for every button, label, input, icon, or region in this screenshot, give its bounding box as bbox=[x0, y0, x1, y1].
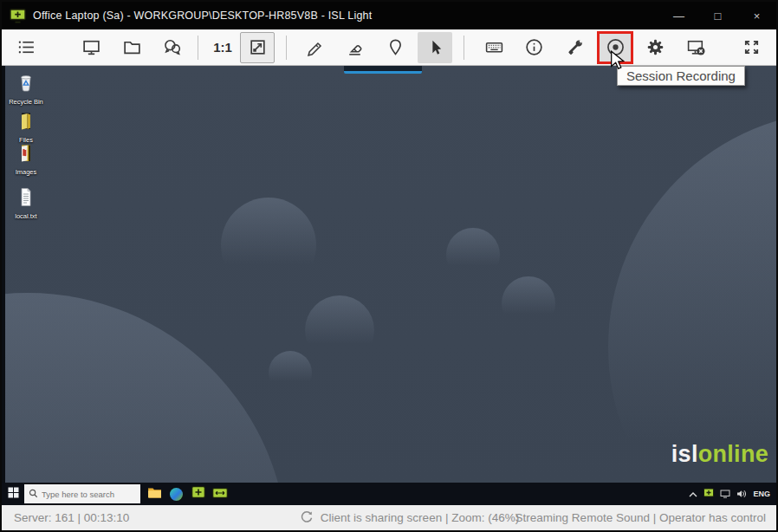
remote-taskbar: ENG bbox=[2, 483, 776, 505]
fit-screen-icon bbox=[248, 37, 268, 57]
start-button[interactable] bbox=[2, 483, 24, 505]
disconnect-button[interactable] bbox=[678, 32, 713, 63]
one-to-one-label: 1:1 bbox=[213, 40, 232, 55]
desktop-icon-label: Recycle Bin bbox=[9, 98, 43, 106]
session-recording-tooltip: Session Recording bbox=[617, 66, 745, 86]
file-explorer-icon bbox=[147, 486, 162, 503]
status-bar: Server: 161 | 00:13:10 Client is sharing… bbox=[2, 505, 776, 530]
taskbar-edge[interactable] bbox=[165, 483, 187, 505]
fullscreen-button[interactable] bbox=[734, 32, 768, 63]
desktop-icon-local-txt[interactable]: local.txt bbox=[4, 186, 48, 220]
wallpaper-sphere bbox=[2, 293, 288, 483]
window-title: Office Laptop (Sa) - WORKGROUP\DESKTOP-H… bbox=[33, 10, 372, 22]
search-icon bbox=[29, 486, 38, 502]
one-to-one-zoom-button[interactable]: 1:1 bbox=[205, 32, 240, 63]
pencil-icon bbox=[305, 37, 325, 57]
info-icon bbox=[524, 37, 544, 57]
taskbar-search[interactable] bbox=[24, 484, 140, 503]
keyboard-button[interactable] bbox=[477, 32, 511, 63]
erase-button[interactable] bbox=[337, 32, 372, 63]
desktop-icon-label: Images bbox=[16, 168, 37, 176]
desktop-icon-recycle-bin[interactable]: Recycle Bin bbox=[4, 72, 48, 106]
keyboard-icon bbox=[484, 37, 504, 57]
window-controls: — □ × bbox=[659, 2, 776, 29]
taskbar-file-explorer[interactable] bbox=[144, 483, 165, 505]
wallpaper-sphere bbox=[305, 295, 374, 365]
desktop-icon-files[interactable]: Files bbox=[4, 111, 48, 144]
toolbar-pulldown-tab[interactable] bbox=[344, 66, 422, 74]
tray-network-icon[interactable] bbox=[720, 486, 730, 502]
logo-online: online bbox=[698, 441, 768, 467]
title-bar: Office Laptop (Sa) - WORKGROUP\DESKTOP-H… bbox=[2, 2, 776, 29]
monitor-disconnect-icon bbox=[686, 37, 706, 57]
taskbar-isl-session[interactable] bbox=[209, 483, 230, 505]
file-transfer-button[interactable] bbox=[114, 32, 149, 63]
desktop-icon-label: local.txt bbox=[15, 212, 36, 220]
select-cursor-button[interactable] bbox=[418, 32, 452, 63]
fit-to-screen-button[interactable] bbox=[240, 32, 275, 63]
monitor-button[interactable] bbox=[74, 32, 108, 63]
status-sound-control: Streaming Remote Sound | Operator has co… bbox=[515, 511, 776, 524]
logo-isl: isl bbox=[671, 441, 698, 467]
files-folder-icon bbox=[15, 111, 37, 135]
wallpaper-sphere bbox=[446, 228, 500, 282]
fullscreen-arrows-icon bbox=[742, 37, 762, 57]
tray-chevron-up-icon[interactable] bbox=[689, 486, 697, 502]
desktop-icon-images[interactable]: Images bbox=[4, 143, 48, 176]
location-pin-icon bbox=[386, 37, 405, 57]
tray-language[interactable]: ENG bbox=[753, 490, 770, 498]
toolbar-divider bbox=[198, 36, 198, 60]
chat-button[interactable] bbox=[154, 32, 189, 63]
images-folder-icon bbox=[15, 143, 37, 167]
tray-isl-icon[interactable] bbox=[703, 486, 714, 502]
isl-light-taskbar-icon bbox=[191, 486, 205, 502]
tools-icon bbox=[565, 37, 585, 57]
status-sharing-zoom: Client is sharing screen | Zoom: (46%) bbox=[301, 510, 519, 526]
tools-button[interactable] bbox=[557, 32, 592, 63]
draw-button[interactable] bbox=[297, 32, 332, 63]
wallpaper-sphere bbox=[221, 198, 316, 293]
remote-desktop-view: Recycle Bin Files Images bbox=[2, 66, 776, 483]
status-server-time: Server: 161 | 00:13:10 bbox=[2, 511, 129, 524]
toolbar-divider bbox=[464, 36, 464, 60]
toolbar: 1:1 bbox=[2, 29, 776, 66]
islonline-logo: islonline bbox=[671, 441, 768, 468]
cursor-arrow-icon bbox=[425, 37, 445, 57]
toolbar-divider bbox=[286, 36, 287, 60]
isl-app-icon bbox=[10, 9, 26, 23]
windows-logo-icon bbox=[8, 486, 19, 502]
chat-bubbles-icon bbox=[162, 37, 182, 57]
menu-list-icon bbox=[16, 37, 36, 57]
wallpaper-sphere bbox=[502, 276, 555, 330]
taskbar-isl-light[interactable] bbox=[187, 483, 209, 505]
folder-icon bbox=[122, 37, 142, 57]
system-tray: ENG bbox=[689, 483, 776, 505]
status-sharing-zoom-text: Client is sharing screen | Zoom: (46%) bbox=[321, 511, 519, 524]
edge-browser-icon bbox=[170, 488, 183, 501]
isl-light-window: Office Laptop (Sa) - WORKGROUP\DESKTOP-H… bbox=[0, 0, 778, 532]
refresh-icon bbox=[301, 510, 314, 526]
recycle-bin-icon bbox=[15, 72, 37, 97]
monitor-icon bbox=[81, 37, 101, 57]
settings-button[interactable] bbox=[638, 32, 672, 63]
eraser-icon bbox=[345, 37, 365, 57]
close-button[interactable]: × bbox=[737, 2, 776, 29]
gear-icon bbox=[645, 37, 665, 57]
wallpaper-sphere bbox=[269, 351, 312, 394]
search-input[interactable] bbox=[42, 490, 136, 499]
maximize-button[interactable]: □ bbox=[698, 2, 737, 29]
tray-speaker-icon[interactable] bbox=[736, 486, 747, 502]
minimize-button[interactable]: — bbox=[659, 2, 698, 29]
isl-session-taskbar-icon bbox=[212, 486, 228, 502]
mouse-cursor-icon bbox=[610, 50, 625, 75]
wallpaper-sphere bbox=[608, 111, 776, 483]
pointer-pin-button[interactable] bbox=[378, 32, 412, 63]
session-menu-button[interactable] bbox=[9, 32, 43, 63]
info-button[interactable] bbox=[516, 32, 551, 63]
text-file-icon bbox=[15, 186, 37, 211]
